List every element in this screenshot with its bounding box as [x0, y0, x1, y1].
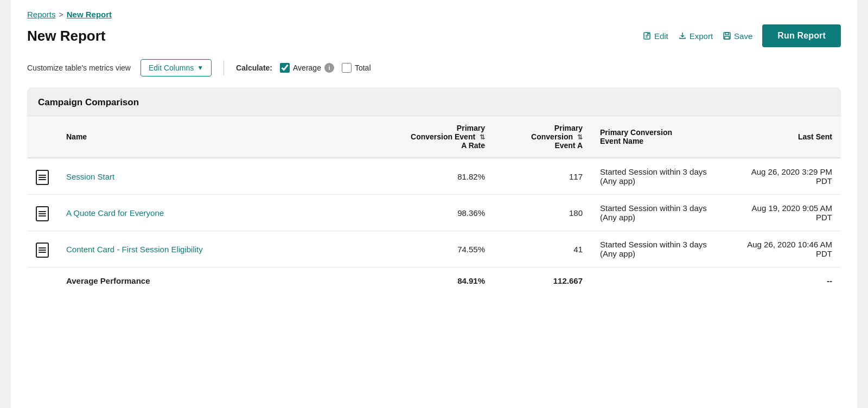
page-container: Reports > New Report New Report Edit — [11, 0, 857, 408]
campaign-last-sent-cell: Aug 26, 2020 3:29 PM PDT — [732, 158, 841, 195]
campaign-name-cell: Session Start — [58, 158, 385, 195]
campaign-last-sent-cell: Aug 26, 2020 10:46 AM PDT — [732, 231, 841, 267]
col-header-icon — [27, 116, 58, 158]
campaign-event-a-cell: 117 — [494, 158, 591, 195]
campaign-event-a-cell: 41 — [494, 231, 591, 267]
campaign-icon — [36, 206, 49, 221]
campaign-name-cell: A Quote Card for Everyone — [58, 195, 385, 231]
campaign-name-cell: Content Card - First Session Eligibility — [58, 231, 385, 267]
breadcrumb: Reports > New Report — [27, 10, 841, 19]
campaign-icon — [36, 170, 49, 185]
campaign-event-name-cell: Started Session within 3 days (Any app) — [591, 231, 732, 267]
campaign-link[interactable]: A Quote Card for Everyone — [66, 208, 164, 218]
average-row: Average Performance 84.91% 112.667 -- — [27, 267, 841, 295]
avg-last-sent-cell: -- — [732, 267, 841, 295]
avg-event-a-cell: 112.667 — [494, 267, 591, 295]
average-checkbox-group: Average i — [280, 63, 334, 73]
campaign-rate-cell: 81.82% — [385, 158, 494, 195]
avg-label-cell: Average Performance — [58, 267, 385, 295]
total-checkbox[interactable] — [342, 63, 352, 73]
total-label[interactable]: Total — [355, 63, 371, 72]
campaign-link[interactable]: Content Card - First Session Eligibility — [66, 245, 203, 254]
toolbar: Customize table's metrics view Edit Colu… — [27, 59, 841, 76]
sort-icon-event-a[interactable]: ⇅ — [577, 133, 583, 141]
run-report-button[interactable]: Run Report — [762, 24, 841, 47]
save-icon — [723, 31, 731, 40]
chevron-down-icon: ▼ — [197, 64, 203, 72]
col-header-event-name: Primary ConversionEvent Name — [591, 116, 732, 158]
campaign-icon — [36, 243, 49, 258]
col-header-name: Name — [58, 116, 385, 158]
edit-button[interactable]: Edit — [643, 31, 668, 41]
campaign-rate-cell: 74.55% — [385, 231, 494, 267]
save-button[interactable]: Save — [723, 31, 752, 41]
customize-label: Customize table's metrics view — [27, 63, 131, 72]
total-checkbox-group: Total — [342, 63, 371, 73]
campaign-icon-cell — [27, 158, 58, 195]
sort-icon-rate[interactable]: ⇅ — [480, 133, 485, 141]
breadcrumb-reports-link[interactable]: Reports — [27, 10, 56, 19]
table-row: Content Card - First Session Eligibility… — [27, 231, 841, 267]
average-checkbox[interactable] — [280, 63, 290, 73]
table-row: Session Start 81.82% 117 Started Session… — [27, 158, 841, 195]
breadcrumb-current: New Report — [67, 10, 112, 19]
avg-rate-cell: 84.91% — [385, 267, 494, 295]
breadcrumb-separator: > — [59, 10, 63, 19]
campaign-event-a-cell: 180 — [494, 195, 591, 231]
average-label[interactable]: Average — [293, 63, 321, 72]
toolbar-divider — [224, 60, 224, 75]
avg-icon-cell — [27, 267, 58, 295]
col-header-rate: PrimaryConversion Event ⇅A Rate — [385, 116, 494, 158]
campaign-rate-cell: 98.36% — [385, 195, 494, 231]
edit-icon — [643, 31, 652, 40]
campaign-event-name-cell: Started Session within 3 days (Any app) — [591, 158, 732, 195]
calculate-section: Calculate: Average i Total — [236, 63, 371, 73]
campaign-icon-cell — [27, 231, 58, 267]
avg-event-name-cell — [591, 267, 732, 295]
info-icon[interactable]: i — [324, 63, 334, 73]
campaign-link[interactable]: Session Start — [66, 172, 114, 181]
export-icon — [678, 31, 687, 40]
table-section: Campaign Comparison Name PrimaryConversi… — [27, 87, 841, 294]
header-actions: Edit Export Save Run Report — [643, 24, 841, 47]
page-title: New Report — [27, 28, 105, 44]
svg-rect-4 — [725, 33, 729, 35]
edit-columns-button[interactable]: Edit Columns ▼ — [141, 59, 212, 76]
table-row: A Quote Card for Everyone 98.36% 180 Sta… — [27, 195, 841, 231]
col-header-last-sent: Last Sent — [732, 116, 841, 158]
campaign-last-sent-cell: Aug 19, 2020 9:05 AM PDT — [732, 195, 841, 231]
calculate-label: Calculate: — [236, 63, 272, 72]
campaign-icon-cell — [27, 195, 58, 231]
svg-rect-5 — [725, 36, 729, 39]
export-button[interactable]: Export — [678, 31, 713, 41]
section-title: Campaign Comparison — [27, 97, 841, 116]
campaign-event-name-cell: Started Session within 3 days (Any app) — [591, 195, 732, 231]
table-header-row: Name PrimaryConversion Event ⇅A Rate Pri… — [27, 116, 841, 158]
header-row: New Report Edit Export — [27, 24, 841, 47]
campaign-table: Name PrimaryConversion Event ⇅A Rate Pri… — [27, 116, 841, 294]
col-header-event-a: PrimaryConversion ⇅Event A — [494, 116, 591, 158]
